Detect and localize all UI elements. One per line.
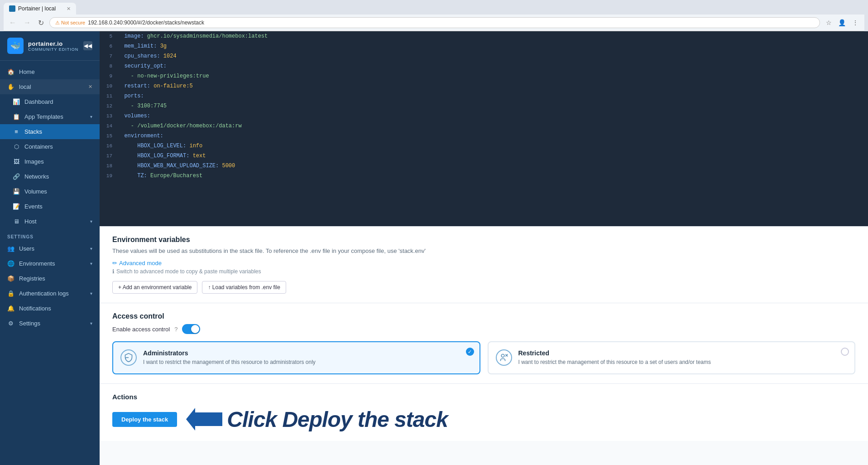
env-variables-desc: These values will be used as substitutio…	[112, 247, 855, 254]
code-line-13: 13 volumes:	[100, 111, 868, 121]
sidebar-item-host[interactable]: 🖥 Host ▾	[0, 214, 100, 229]
code-line-10: 10 restart: on-failure:5	[100, 81, 868, 91]
events-label: Events	[24, 203, 92, 210]
notifications-label: Notifications	[19, 305, 92, 312]
sidebar-item-events[interactable]: 📝 Events	[0, 199, 100, 214]
code-line-16: 16 HBOX_LOG_LEVEL: info	[100, 141, 868, 151]
deploy-stack-button[interactable]: Deploy the stack	[112, 412, 177, 427]
refresh-button[interactable]: ↻	[36, 18, 46, 28]
settings-label: Settings	[19, 320, 86, 327]
code-line-18: 18 HBOX_WEB_MAX_UPLOAD_SIZE: 5000	[100, 161, 868, 171]
access-control-section: Access control Enable access control ?	[100, 303, 868, 383]
app-templates-icon: 📋	[13, 113, 20, 120]
active-tab[interactable]: Portainer | local ✕	[4, 3, 76, 15]
sidebar-item-registries[interactable]: 📦 Registries	[0, 271, 100, 286]
advanced-mode-link[interactable]: ✏ Advanced mode	[112, 260, 162, 266]
enable-access-control-label: Enable access control	[112, 326, 170, 333]
events-icon: 📝	[13, 203, 20, 210]
warning-icon: ⚠	[55, 20, 60, 26]
code-line-9: 9 - no-new-privileges:true	[100, 71, 868, 81]
actions-section: Actions Deploy the stack Click Deploy th…	[100, 383, 868, 441]
sidebar-item-dashboard[interactable]: 📊 Dashboard	[0, 94, 100, 109]
annotation-text: Click Deploy the stack	[227, 407, 448, 432]
arrow-icon	[186, 408, 222, 431]
logo-main: portainer.io	[28, 40, 78, 47]
sidebar-item-images[interactable]: 🖼 Images	[0, 154, 100, 169]
local-env-label: local	[19, 83, 84, 90]
sidebar-item-local-env[interactable]: ✋ local ✕	[0, 79, 100, 94]
auth-logs-icon: 🔒	[7, 290, 14, 297]
code-line-5: 5 image: ghcr.io/sysadminsmedia/homebox:…	[100, 31, 868, 41]
environments-icon: 🌐	[7, 260, 14, 267]
logo-sub: COMMUNITY EDITION	[28, 47, 78, 52]
bookmark-icon[interactable]: ☆	[824, 18, 834, 27]
dashboard-label: Dashboard	[24, 98, 92, 105]
volumes-label: Volumes	[24, 188, 92, 195]
svg-marker-5	[186, 408, 222, 431]
code-line-14: 14 - /volume1/docker/homebox:/data:rw	[100, 121, 868, 131]
sidebar-item-networks[interactable]: 🔗 Networks	[0, 169, 100, 184]
restricted-card-desc: I want to restrict the management of thi…	[518, 358, 711, 366]
code-line-12: 12 - 3100:7745	[100, 101, 868, 111]
containers-label: Containers	[24, 143, 92, 150]
load-env-file-button[interactable]: ↑ Load variables from .env file	[202, 281, 286, 294]
sidebar-item-auth-logs[interactable]: 🔒 Authentication logs ▾	[0, 286, 100, 301]
access-control-title: Access control	[112, 312, 855, 320]
actions-row: Deploy the stack Click Deploy the stack	[112, 407, 855, 432]
sidebar-item-app-templates[interactable]: 📋 App Templates ▾	[0, 109, 100, 124]
profile-icon[interactable]: 👤	[836, 18, 848, 27]
add-env-variable-button[interactable]: + Add an environment variable	[112, 281, 197, 294]
menu-icon[interactable]: ⋮	[850, 18, 861, 27]
restricted-icon	[496, 349, 512, 366]
enable-access-control-toggle[interactable]	[182, 324, 200, 334]
sidebar-item-volumes[interactable]: 💾 Volumes	[0, 184, 100, 199]
sidebar-item-users[interactable]: 👥 Users ▾	[0, 241, 100, 256]
volumes-icon: 💾	[13, 188, 20, 195]
code-line-11: 11 ports:	[100, 91, 868, 101]
sidebar-item-notifications[interactable]: 🔔 Notifications	[0, 301, 100, 316]
sidebar-item-environments[interactable]: 🌐 Environments ▾	[0, 256, 100, 271]
code-line-8: 8 security_opt:	[100, 61, 868, 71]
sidebar-item-settings[interactable]: ⚙ Settings ▾	[0, 316, 100, 331]
administrators-icon	[120, 349, 137, 366]
tab-favicon	[9, 5, 15, 12]
toggle-knob	[191, 325, 199, 333]
users-label: Users	[19, 245, 86, 252]
actions-title: Actions	[112, 393, 855, 401]
tab-label: Portainer | local	[18, 5, 56, 12]
browser-toolbar: ← → ↻ ⚠ Not secure 192.168.0.240:9000/#/…	[4, 15, 864, 31]
forward-button[interactable]: →	[22, 18, 33, 28]
administrators-card-text: Administrators I want to restrict the ma…	[143, 349, 316, 366]
containers-icon: ⬡	[13, 143, 20, 150]
sidebar-item-home[interactable]: 🏠 Home	[0, 64, 100, 79]
settings-arrow: ▾	[90, 321, 92, 326]
home-icon: 🏠	[7, 68, 14, 75]
administrators-card[interactable]: Administrators I want to restrict the ma…	[112, 341, 480, 374]
users-icon: 👥	[7, 245, 14, 252]
networks-icon: 🔗	[13, 173, 20, 180]
edit-icon: ✏	[112, 260, 117, 266]
tab-bar: Portainer | local ✕	[4, 3, 864, 15]
auth-logs-label: Authentication logs	[19, 290, 86, 297]
switch-hint: ℹ Switch to advanced mode to copy & past…	[112, 268, 855, 275]
settings-icon: ⚙	[7, 320, 14, 327]
env-variables-section: Environment variables These values will …	[100, 226, 868, 303]
address-bar[interactable]: ⚠ Not secure 192.168.0.240:9000/#/2/dock…	[49, 17, 820, 28]
restricted-card-title: Restricted	[518, 349, 711, 357]
tab-close-btn[interactable]: ✕	[67, 6, 71, 12]
back-button[interactable]: ←	[7, 18, 18, 28]
env-close-icon[interactable]: ✕	[88, 84, 92, 90]
sidebar: 🐳 portainer.io COMMUNITY EDITION ◀◀ 🏠 Ho…	[0, 31, 100, 465]
restricted-card[interactable]: Restricted I want to restrict the manage…	[488, 341, 856, 374]
stacks-label: Stacks	[24, 128, 92, 135]
sidebar-logo-text: portainer.io COMMUNITY EDITION	[28, 40, 78, 52]
sidebar-item-containers[interactable]: ⬡ Containers	[0, 139, 100, 154]
registries-label: Registries	[19, 275, 92, 282]
host-label: Host	[24, 218, 86, 225]
sidebar-item-stacks[interactable]: ≡ Stacks	[0, 124, 100, 139]
env-variables-title: Environment variables	[112, 236, 855, 244]
address-url: 192.168.0.240:9000/#/2/docker/stacks/new…	[88, 19, 204, 26]
images-label: Images	[24, 158, 92, 165]
code-line-6: 6 mem_limit: 3g	[100, 41, 868, 51]
sidebar-collapse-button[interactable]: ◀◀	[83, 41, 92, 50]
